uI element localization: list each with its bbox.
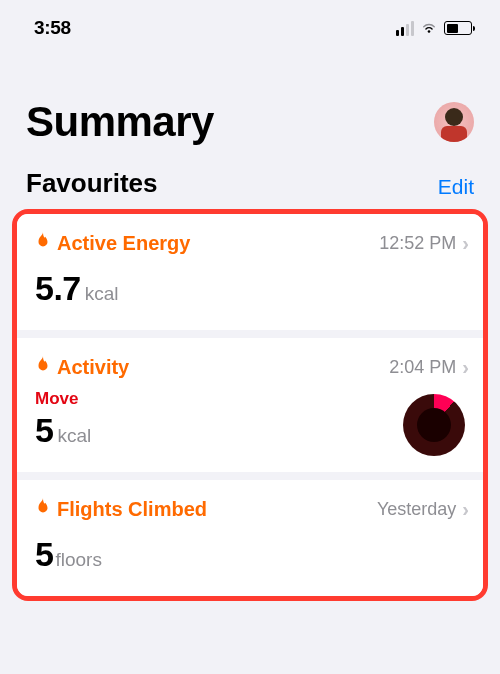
page-header: Summary <box>0 42 500 154</box>
highlight-frame: Active Energy 12:52 PM › 5.7 kcal Activi… <box>12 209 488 601</box>
page-title: Summary <box>26 98 214 146</box>
status-time: 3:58 <box>34 17 71 39</box>
card-flights-climbed[interactable]: Flights Climbed Yesterday › 5 floors <box>17 480 483 596</box>
cellular-icon <box>396 21 414 36</box>
activity-ring-icon <box>403 394 465 456</box>
edit-button[interactable]: Edit <box>438 175 474 199</box>
card-title: Flights Climbed <box>57 498 207 521</box>
battery-icon <box>444 21 472 35</box>
status-bar: 3:58 <box>0 0 500 42</box>
card-timestamp: 12:52 PM <box>379 233 456 254</box>
chevron-right-icon: › <box>462 356 469 379</box>
activity-value: 5 <box>35 411 53 450</box>
chevron-right-icon: › <box>462 232 469 255</box>
chevron-right-icon: › <box>462 498 469 521</box>
card-title: Active Energy <box>57 232 190 255</box>
avatar[interactable] <box>434 102 474 142</box>
flame-icon <box>35 356 51 379</box>
card-timestamp: Yesterday <box>377 499 456 520</box>
card-activity[interactable]: Activity 2:04 PM › Move 5 kcal <box>17 338 483 472</box>
energy-unit: kcal <box>85 283 119 305</box>
wifi-icon <box>420 21 438 35</box>
flame-icon <box>35 498 51 521</box>
activity-unit: kcal <box>57 425 91 447</box>
flights-unit: floors <box>55 549 101 571</box>
status-indicators <box>396 21 472 36</box>
card-title: Activity <box>57 356 129 379</box>
card-timestamp: 2:04 PM <box>389 357 456 378</box>
move-label: Move <box>35 389 469 409</box>
energy-value: 5.7 <box>35 269 81 308</box>
favourites-header: Favourites Edit <box>0 154 500 207</box>
flame-icon <box>35 232 51 255</box>
favourites-label: Favourites <box>26 168 158 199</box>
card-active-energy[interactable]: Active Energy 12:52 PM › 5.7 kcal <box>17 214 483 330</box>
flights-value: 5 <box>35 535 53 574</box>
